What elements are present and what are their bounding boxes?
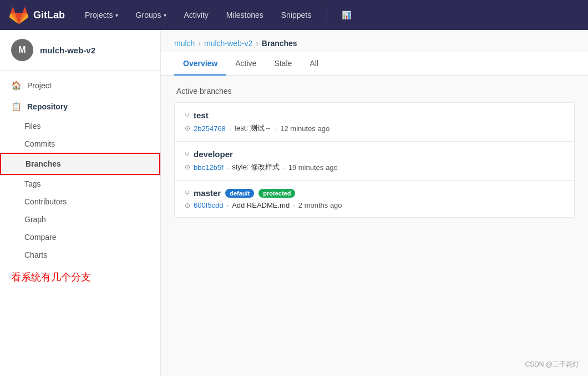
branch-name-row: ⑂ test (185, 111, 564, 120)
sidebar: M mulch-web-v2 🏠 Project 📋 Repository Fi… (0, 30, 161, 376)
navbar-activity[interactable]: Activity (178, 7, 215, 23)
branch-name-row: ⑂ master default protected (185, 188, 564, 198)
commit-message: test: 测试～ (234, 123, 271, 133)
branch-icon: ⑂ (185, 111, 189, 120)
sidebar-item-files[interactable]: Files (0, 117, 160, 135)
sidebar-item-commits[interactable]: Commits (0, 135, 160, 153)
tabs-bar: Overview Active Stale All (161, 52, 588, 76)
branch-card-developer: ⑂ developer ⊙ bbc12b5f · style: 修改样式 · 1… (175, 142, 574, 181)
navbar-milestones[interactable]: Milestones (220, 7, 270, 23)
navbar-snippets[interactable]: Snippets (275, 7, 318, 23)
branch-name: master (194, 188, 221, 198)
branch-card-test: ⑂ test ⊙ 2b254768 · test: 测试～ · 12 minut… (175, 103, 574, 142)
breadcrumb-sep-2: › (256, 39, 258, 48)
commit-hash[interactable]: 600f5cdd (194, 201, 224, 209)
commit-message: Add README.md (232, 201, 290, 209)
commit-hash[interactable]: 2b254768 (194, 124, 226, 133)
breadcrumb: mulch › mulch-web-v2 › Branches (161, 30, 588, 52)
sidebar-item-project[interactable]: 🏠 Project (0, 75, 160, 96)
sidebar-item-tags[interactable]: Tags (0, 175, 160, 193)
branch-name: test (194, 111, 209, 120)
attribution: CSDN @三千花灯 (525, 360, 579, 369)
branch-card-master: ⑂ master default protected ⊙ 600f5cdd · … (175, 181, 574, 217)
navbar: GitLab Projects ▾ Groups ▾ Activity Mile… (0, 0, 588, 30)
main-layout: M mulch-web-v2 🏠 Project 📋 Repository Fi… (0, 30, 588, 376)
commit-icon: ⊙ (185, 124, 190, 132)
commit-icon: ⊙ (185, 202, 190, 209)
tab-active[interactable]: Active (226, 52, 265, 76)
commit-dot-2: · (293, 201, 295, 209)
gitlab-logo-icon (9, 5, 29, 25)
branch-name-row: ⑂ developer (185, 149, 564, 159)
breadcrumb-current: Branches (262, 39, 297, 48)
navbar-projects[interactable]: Projects ▾ (78, 7, 125, 23)
sidebar-nav: 🏠 Project 📋 Repository Files Commits Bra… (0, 71, 160, 295)
tab-overview[interactable]: Overview (174, 52, 226, 76)
gitlab-logo-area[interactable]: GitLab (9, 5, 65, 25)
commit-message: style: 修改样式 (232, 162, 280, 172)
commit-dot-2: · (275, 124, 277, 133)
project-name: mulch-web-v2 (40, 46, 95, 55)
branch-name: developer (194, 149, 233, 159)
sidebar-item-compare[interactable]: Compare (0, 228, 160, 246)
commit-icon: ⊙ (185, 163, 190, 171)
branch-commit-row: ⊙ 600f5cdd · Add README.md · 2 months ag… (185, 201, 564, 209)
navbar-divider (327, 7, 327, 23)
branch-icon: ⑂ (185, 189, 189, 198)
sidebar-item-branches[interactable]: Branches (0, 153, 160, 175)
branch-icon: ⑂ (185, 150, 189, 159)
commit-dot-1: · (227, 201, 229, 209)
sidebar-item-repository[interactable]: 📋 Repository (0, 96, 160, 117)
navbar-stats-icon[interactable]: 📊 (336, 7, 357, 23)
tab-all[interactable]: All (301, 52, 327, 76)
chevron-down-icon: ▾ (115, 12, 118, 18)
sidebar-header: M mulch-web-v2 (0, 30, 160, 71)
chevron-down-icon: ▾ (164, 12, 166, 18)
commit-time: 12 minutes ago (280, 124, 330, 133)
branch-cards: ⑂ test ⊙ 2b254768 · test: 测试～ · 12 minut… (174, 102, 575, 218)
sidebar-item-contributors[interactable]: Contributors (0, 193, 160, 210)
branch-commit-row: ⊙ 2b254768 · test: 测试～ · 12 minutes ago (185, 123, 564, 133)
breadcrumb-mulch-web-v2[interactable]: mulch-web-v2 (204, 39, 252, 48)
breadcrumb-sep-1: › (198, 39, 201, 48)
commit-dot-1: · (229, 124, 231, 133)
commit-hash[interactable]: bbc12b5f (194, 163, 224, 172)
badge-protected: protected (258, 189, 295, 198)
sidebar-repository-label: Repository (27, 102, 68, 111)
tab-stale[interactable]: Stale (265, 52, 301, 76)
commit-time: 19 minutes ago (288, 163, 338, 172)
branch-list-container: Active branches ⑂ test ⊙ 2b254768 · test… (161, 76, 588, 229)
branch-commit-row: ⊙ bbc12b5f · style: 修改样式 · 19 minutes ag… (185, 162, 564, 172)
annotation-text: 看系统有几个分支 (0, 264, 160, 290)
commit-dot-1: · (227, 163, 229, 172)
sidebar-item-graph[interactable]: Graph (0, 210, 160, 228)
sidebar-item-charts[interactable]: Charts (0, 246, 160, 264)
breadcrumb-mulch[interactable]: mulch (174, 39, 195, 48)
commit-dot-2: · (283, 163, 285, 172)
repository-icon: 📋 (11, 102, 22, 112)
branch-list-title: Active branches (174, 87, 575, 96)
sidebar-project-label: Project (27, 81, 52, 90)
navbar-groups[interactable]: Groups ▾ (129, 7, 173, 23)
avatar: M (11, 39, 33, 61)
navbar-logo-text: GitLab (33, 9, 65, 21)
commit-time: 2 months ago (298, 201, 342, 209)
home-icon: 🏠 (11, 81, 22, 91)
badge-default: default (225, 189, 254, 198)
content-area: mulch › mulch-web-v2 › Branches Overview… (161, 30, 588, 376)
